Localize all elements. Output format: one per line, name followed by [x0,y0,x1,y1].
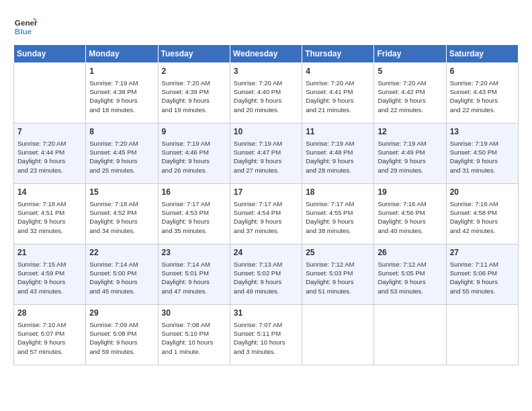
calendar-cell: 7Sunrise: 7:20 AM Sunset: 4:44 PM Daylig… [14,124,86,184]
day-number: 18 [306,187,370,198]
day-number: 28 [17,308,82,319]
day-info: Sunrise: 7:10 AM Sunset: 5:07 PM Dayligh… [17,320,82,356]
calendar-cell: 20Sunrise: 7:16 AM Sunset: 4:58 PM Dayli… [446,184,518,244]
dow-header: Monday [86,45,158,63]
day-number: 13 [450,126,515,138]
dow-header: Saturday [446,45,518,63]
calendar-cell: 4Sunrise: 7:20 AM Sunset: 4:41 PM Daylig… [302,63,374,124]
day-info: Sunrise: 7:09 AM Sunset: 5:08 PM Dayligh… [89,320,154,356]
day-number: 26 [378,247,442,259]
day-info: Sunrise: 7:19 AM Sunset: 4:38 PM Dayligh… [89,79,154,114]
calendar-cell: 29Sunrise: 7:09 AM Sunset: 5:08 PM Dayli… [86,305,158,365]
day-number: 3 [234,66,298,77]
day-number: 5 [378,66,442,77]
day-info: Sunrise: 7:14 AM Sunset: 5:01 PM Dayligh… [162,260,226,295]
day-info: Sunrise: 7:17 AM Sunset: 4:55 PM Dayligh… [306,199,370,235]
day-info: Sunrise: 7:20 AM Sunset: 4:43 PM Dayligh… [450,79,515,114]
calendar-cell: 19Sunrise: 7:16 AM Sunset: 4:56 PM Dayli… [374,184,446,244]
day-info: Sunrise: 7:20 AM Sunset: 4:45 PM Dayligh… [89,139,154,175]
day-number: 23 [162,247,226,259]
dow-header: Friday [374,45,446,63]
calendar-cell: 14Sunrise: 7:18 AM Sunset: 4:51 PM Dayli… [14,184,86,244]
calendar-cell: 25Sunrise: 7:12 AM Sunset: 5:03 PM Dayli… [302,244,374,305]
svg-text:Blue: Blue [15,27,32,36]
calendar-cell: 24Sunrise: 7:13 AM Sunset: 5:02 PM Dayli… [230,244,302,305]
dow-header: Tuesday [158,45,230,63]
day-number: 14 [17,187,82,198]
calendar-week-row: 28Sunrise: 7:10 AM Sunset: 5:07 PM Dayli… [14,305,519,365]
dow-header: Wednesday [230,45,302,63]
day-info: Sunrise: 7:11 AM Sunset: 5:06 PM Dayligh… [450,260,515,295]
calendar-cell: 27Sunrise: 7:11 AM Sunset: 5:06 PM Dayli… [446,244,518,305]
day-info: Sunrise: 7:14 AM Sunset: 5:00 PM Dayligh… [89,260,154,295]
day-number: 22 [89,247,154,259]
calendar-cell: 13Sunrise: 7:19 AM Sunset: 4:50 PM Dayli… [446,124,518,184]
calendar-cell: 22Sunrise: 7:14 AM Sunset: 5:00 PM Dayli… [86,244,158,305]
day-number: 17 [234,187,298,198]
day-number: 9 [162,126,226,138]
days-of-week-row: SundayMondayTuesdayWednesdayThursdayFrid… [14,45,519,63]
calendar-cell: 5Sunrise: 7:20 AM Sunset: 4:42 PM Daylig… [374,63,446,124]
calendar-cell: 6Sunrise: 7:20 AM Sunset: 4:43 PM Daylig… [446,63,518,124]
day-info: Sunrise: 7:18 AM Sunset: 4:51 PM Dayligh… [17,199,82,235]
day-info: Sunrise: 7:07 AM Sunset: 5:11 PM Dayligh… [234,320,298,356]
day-number: 27 [450,247,515,259]
dow-header: Sunday [14,45,86,63]
calendar-cell: 16Sunrise: 7:17 AM Sunset: 4:53 PM Dayli… [158,184,230,244]
calendar-week-row: 21Sunrise: 7:15 AM Sunset: 4:59 PM Dayli… [14,244,519,305]
day-number: 1 [89,66,154,77]
day-number: 4 [306,66,370,77]
calendar-cell: 2Sunrise: 7:20 AM Sunset: 4:39 PM Daylig… [158,63,230,124]
day-number: 7 [17,126,82,138]
dow-header: Thursday [302,45,374,63]
day-number: 16 [162,187,226,198]
day-info: Sunrise: 7:19 AM Sunset: 4:46 PM Dayligh… [162,139,226,175]
calendar-cell: 9Sunrise: 7:19 AM Sunset: 4:46 PM Daylig… [158,124,230,184]
day-info: Sunrise: 7:08 AM Sunset: 5:10 PM Dayligh… [162,320,226,356]
calendar-cell: 10Sunrise: 7:19 AM Sunset: 4:47 PM Dayli… [230,124,302,184]
calendar-cell: 31Sunrise: 7:07 AM Sunset: 5:11 PM Dayli… [230,305,302,365]
day-number: 30 [162,308,226,319]
calendar-cell: 3Sunrise: 7:20 AM Sunset: 4:40 PM Daylig… [230,63,302,124]
header-area: General Blue [13,13,519,38]
day-number: 8 [89,126,154,138]
day-info: Sunrise: 7:20 AM Sunset: 4:42 PM Dayligh… [378,79,442,114]
day-number: 6 [450,66,515,77]
day-info: Sunrise: 7:12 AM Sunset: 5:05 PM Dayligh… [378,260,442,295]
calendar-cell: 15Sunrise: 7:18 AM Sunset: 4:52 PM Dayli… [86,184,158,244]
day-info: Sunrise: 7:13 AM Sunset: 5:02 PM Dayligh… [234,260,298,295]
calendar-cell: 12Sunrise: 7:19 AM Sunset: 4:49 PM Dayli… [374,124,446,184]
day-number: 2 [162,66,226,77]
day-number: 31 [234,308,298,319]
day-info: Sunrise: 7:17 AM Sunset: 4:53 PM Dayligh… [162,199,226,235]
calendar-week-row: 7Sunrise: 7:20 AM Sunset: 4:44 PM Daylig… [14,124,519,184]
day-info: Sunrise: 7:16 AM Sunset: 4:58 PM Dayligh… [450,199,515,235]
day-info: Sunrise: 7:20 AM Sunset: 4:41 PM Dayligh… [306,79,370,114]
day-number: 11 [306,126,370,138]
day-info: Sunrise: 7:19 AM Sunset: 4:50 PM Dayligh… [450,139,515,175]
day-info: Sunrise: 7:20 AM Sunset: 4:44 PM Dayligh… [17,139,82,175]
day-number: 24 [234,247,298,259]
calendar-cell [302,305,374,365]
day-info: Sunrise: 7:19 AM Sunset: 4:48 PM Dayligh… [306,139,370,175]
day-number: 19 [378,187,442,198]
logo: General Blue [13,13,38,38]
calendar-week-row: 1Sunrise: 7:19 AM Sunset: 4:38 PM Daylig… [14,63,519,124]
calendar-table: SundayMondayTuesdayWednesdayThursdayFrid… [13,44,519,365]
calendar-cell [374,305,446,365]
day-info: Sunrise: 7:20 AM Sunset: 4:40 PM Dayligh… [234,79,298,114]
day-number: 29 [89,308,154,319]
day-number: 15 [89,187,154,198]
logo-icon: General Blue [13,13,38,38]
calendar-cell [14,63,86,124]
calendar-cell: 11Sunrise: 7:19 AM Sunset: 4:48 PM Dayli… [302,124,374,184]
calendar-cell: 1Sunrise: 7:19 AM Sunset: 4:38 PM Daylig… [86,63,158,124]
day-number: 25 [306,247,370,259]
calendar-cell: 8Sunrise: 7:20 AM Sunset: 4:45 PM Daylig… [86,124,158,184]
calendar-cell: 17Sunrise: 7:17 AM Sunset: 4:54 PM Dayli… [230,184,302,244]
calendar-week-row: 14Sunrise: 7:18 AM Sunset: 4:51 PM Dayli… [14,184,519,244]
calendar-cell: 21Sunrise: 7:15 AM Sunset: 4:59 PM Dayli… [14,244,86,305]
day-info: Sunrise: 7:18 AM Sunset: 4:52 PM Dayligh… [89,199,154,235]
day-info: Sunrise: 7:12 AM Sunset: 5:03 PM Dayligh… [306,260,370,295]
day-info: Sunrise: 7:19 AM Sunset: 4:47 PM Dayligh… [234,139,298,175]
